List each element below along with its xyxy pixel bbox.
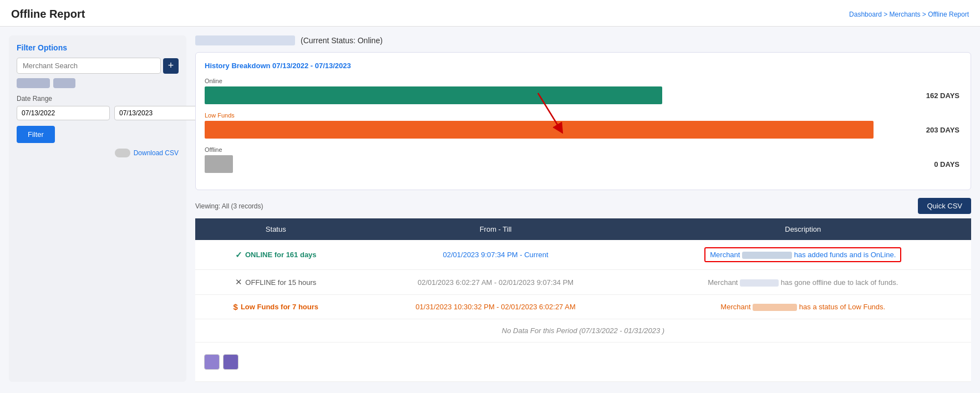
- filter-options-title: Filter Options: [17, 43, 179, 52]
- desc-cell-offline: Merchant has gone offline due to lack of…: [635, 270, 971, 295]
- bar-days-offline: 0 DAYS: [915, 160, 959, 169]
- desc-highlighted-online: Merchant has added funds and is OnLine.: [704, 247, 901, 262]
- bar-online: [205, 86, 662, 104]
- from-till-online: 02/01/2023 9:07:34 PM - Current: [443, 251, 549, 259]
- desc-prefix-offline: Merchant: [708, 278, 738, 287]
- merchant-search-input[interactable]: [17, 58, 161, 74]
- bar-row-lowfunds: Low Funds: [205, 112, 959, 139]
- status-cell-online: ✓ ONLINE for 161 days: [195, 240, 357, 270]
- check-icon: ✓: [235, 250, 242, 260]
- desc-offline: Merchant has gone offline due to lack of…: [708, 278, 898, 287]
- desc-suffix-lowfunds: has a status of Low Funds.: [799, 303, 885, 311]
- viewing-row: Viewing: All (3 records) Quick CSV: [195, 198, 971, 214]
- bar-days-lowfunds: 203 DAYS: [915, 126, 959, 134]
- from-till-lowfunds: 01/31/2023 10:30:32 PM - 02/01/2023 6:02…: [415, 303, 575, 311]
- bar-lowfunds: [205, 121, 874, 139]
- dollar-icon: $: [233, 302, 238, 312]
- breadcrumb: Dashboard > Merchants > Offline Report: [849, 11, 969, 18]
- quick-csv-button[interactable]: Quick CSV: [918, 198, 971, 214]
- current-status-text: (Current Status: Online): [301, 36, 383, 45]
- col-description: Description: [635, 218, 971, 240]
- page-btn-2[interactable]: [223, 354, 238, 370]
- desc-prefix-online: Merchant: [710, 251, 740, 259]
- x-icon: ✕: [235, 277, 242, 287]
- merchant-name-blur-2: [740, 279, 779, 287]
- viewing-text: Viewing: All (3 records): [195, 202, 263, 210]
- merchant-name-blur-1: [742, 252, 792, 259]
- col-status: Status: [195, 218, 357, 240]
- status-text-lowfunds: Low Funds for 7 hours: [241, 303, 318, 311]
- status-cell-lowfunds: $ Low Funds for 7 hours: [195, 295, 357, 319]
- from-till-cell-online: 02/01/2023 9:07:34 PM - Current: [357, 240, 635, 270]
- page-btn-1[interactable]: [204, 354, 220, 370]
- download-row: Download CSV: [17, 149, 179, 157]
- table-row: ✕ OFFLINE for 15 hours 02/01/2023 6:02:2…: [195, 270, 971, 295]
- bar-label-offline: Offline: [205, 146, 959, 153]
- from-till-offline: 02/01/2023 6:02:27 AM - 02/01/2023 9:07:…: [418, 278, 573, 287]
- bar-row-online: Online 162 DAYS: [205, 78, 959, 104]
- page-header: Offline Report Dashboard > Merchants > O…: [0, 0, 980, 27]
- table-row: ✓ ONLINE for 161 days 02/01/2023 9:07:34…: [195, 240, 971, 270]
- status-cell-offline: ✕ OFFLINE for 15 hours: [195, 270, 357, 295]
- download-csv-toggle[interactable]: [115, 149, 130, 157]
- pagination-row: [204, 350, 962, 374]
- merchant-name-blur: [195, 35, 295, 45]
- chart-container: History Breakdown 07/13/2022 - 07/13/202…: [195, 52, 971, 190]
- merchant-name-blur-3: [753, 304, 797, 311]
- desc-prefix-lowfunds: Merchant: [720, 303, 750, 311]
- desc-cell-online: Merchant has added funds and is OnLine.: [635, 240, 971, 270]
- status-text-online: ONLINE for 161 days: [245, 251, 317, 259]
- page-title: Offline Report: [11, 8, 85, 21]
- merchant-search-row: +: [17, 58, 179, 74]
- merchant-tag-row: [17, 78, 179, 88]
- add-merchant-button[interactable]: +: [163, 58, 179, 74]
- desc-suffix-online: has added funds and is OnLine.: [794, 251, 896, 259]
- from-till-cell-lowfunds: 01/31/2023 10:30:32 PM - 02/01/2023 6:02…: [357, 295, 635, 319]
- no-data-text: No Data For this Period (07/13/2022 - 01…: [502, 326, 664, 335]
- date-from-input[interactable]: [17, 106, 110, 120]
- table-row: $ Low Funds for 7 hours 01/31/2023 10:30…: [195, 295, 971, 319]
- current-status-row: (Current Status: Online): [195, 35, 971, 45]
- merchant-tag-2: [53, 78, 75, 88]
- data-table: Status From - Till Description ✓ ONLINE …: [195, 218, 971, 382]
- filter-panel: Filter Options + Date Range Filter Downl…: [9, 35, 186, 382]
- download-csv-link[interactable]: Download CSV: [134, 149, 179, 157]
- bar-days-online: 162 DAYS: [915, 91, 959, 100]
- desc-lowfunds: Merchant has a status of Low Funds.: [720, 303, 885, 311]
- col-from-till: From - Till: [357, 218, 635, 240]
- no-data-cell: No Data For this Period (07/13/2022 - 01…: [195, 319, 971, 343]
- right-panel: (Current Status: Online) History Breakdo…: [195, 35, 971, 382]
- history-title: History Breakdown 07/13/2022 - 07/13/202…: [205, 62, 959, 70]
- status-text-offline: OFFLINE for 15 hours: [245, 278, 316, 287]
- date-inputs: [17, 106, 179, 120]
- from-till-cell-offline: 02/01/2023 6:02:27 AM - 02/01/2023 9:07:…: [357, 270, 635, 295]
- desc-cell-lowfunds: Merchant has a status of Low Funds.: [635, 295, 971, 319]
- bar-label-lowfunds: Low Funds: [205, 112, 959, 119]
- bar-label-online: Online: [205, 78, 959, 84]
- table-row-no-data: No Data For this Period (07/13/2022 - 01…: [195, 319, 971, 343]
- merchant-tag-1: [17, 78, 50, 88]
- table-row-pagination: [195, 343, 971, 382]
- table-header-row: Status From - Till Description: [195, 218, 971, 240]
- filter-button[interactable]: Filter: [17, 126, 55, 143]
- date-to-input[interactable]: [114, 106, 207, 120]
- main-content: Filter Options + Date Range Filter Downl…: [0, 27, 980, 391]
- bar-row-offline: Offline 0 DAYS: [205, 146, 959, 173]
- desc-suffix-offline: has gone offline due to lack of funds.: [781, 278, 898, 287]
- date-range-label: Date Range: [17, 95, 179, 103]
- bar-offline: [205, 155, 233, 173]
- pagination-cell: [195, 343, 971, 382]
